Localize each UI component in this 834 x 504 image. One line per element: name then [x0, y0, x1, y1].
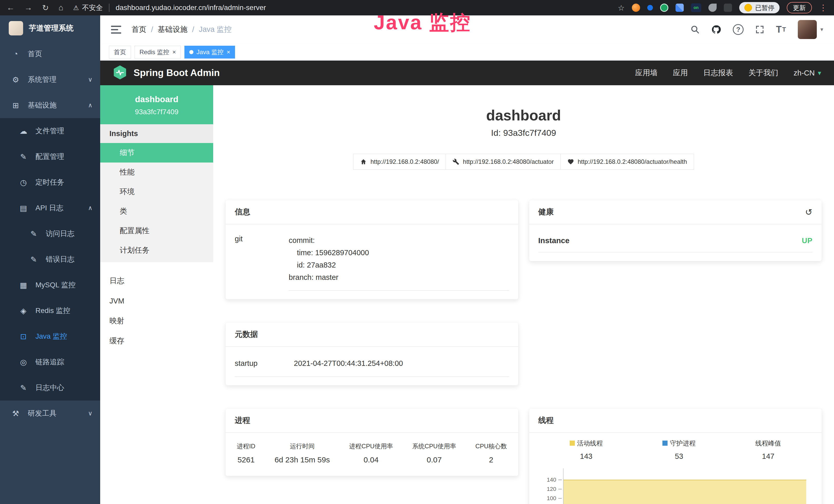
close-icon[interactable]: × — [226, 49, 230, 55]
legend-value: 147 — [762, 452, 774, 461]
heart-icon — [567, 158, 574, 165]
sba-instance-header[interactable]: dashboard 93a3fc7f7409 — [100, 85, 213, 124]
sba-item-label: JVM — [109, 297, 124, 305]
sidebar-item-home[interactable]: ◔ 首页 — [0, 41, 100, 67]
tab-java-monitor[interactable]: Java 监控 × — [184, 46, 235, 59]
sba-item-jvm[interactable]: JVM — [100, 291, 213, 311]
sidebar-item-tracing[interactable]: ◎ 链路追踪 — [0, 349, 100, 375]
sba-language-select[interactable]: zh-CN ▾ — [794, 69, 821, 77]
legend-live-threads: 活动线程 143 — [570, 439, 603, 461]
sba-nav-applications[interactable]: 应用 — [673, 68, 688, 78]
process-cpu: 进程CPU使用率 0.04 — [349, 442, 393, 464]
sidebar-item-log-center[interactable]: ✎ 日志中心 — [0, 375, 100, 400]
instance-health-link[interactable]: http://192.168.0.2:48080/actuator/health — [561, 154, 694, 170]
fox-extension-icon[interactable] — [632, 4, 640, 12]
browser-home-icon[interactable]: ⌂ — [59, 3, 63, 12]
tools-icon: ⚒ — [11, 409, 21, 418]
history-icon[interactable]: ↺ — [805, 207, 813, 217]
tab-bar: 首页 Redis 监控 × Java 监控 × — [100, 44, 834, 61]
sidebar-item-scheduled-jobs[interactable]: ◷ 定时任务 — [0, 169, 100, 195]
tab-home[interactable]: 首页 — [109, 46, 131, 59]
y-axis-tick-mark — [558, 480, 562, 480]
breadcrumb-home[interactable]: 首页 — [132, 24, 147, 35]
instance-actuator-link[interactable]: http://192.168.0.2:48080/actuator — [446, 154, 561, 170]
user-menu[interactable]: ▾ — [798, 20, 823, 39]
sba-item-label: 性能 — [120, 167, 135, 177]
sba-item-scheduled-tasks[interactable]: 计划任务 — [100, 240, 213, 260]
chevron-down-icon: ∨ — [88, 76, 92, 83]
sidebar-item-mysql-monitor[interactable]: ▦ MySQL 监控 — [0, 272, 100, 298]
drop-extension-icon[interactable] — [647, 5, 653, 10]
info-card-title: 信息 — [225, 200, 518, 224]
threads-legend: 活动线程 143 守护进程 — [539, 433, 813, 461]
sba-item-config-props[interactable]: 配置属性 — [100, 221, 213, 240]
sidebar-item-redis-monitor[interactable]: ◈ Redis 监控 — [0, 298, 100, 323]
y-axis-tick-mark — [558, 489, 562, 489]
sba-nav-about[interactable]: 关于我们 — [748, 68, 778, 78]
sidebar-item-file-mgmt[interactable]: ☁ 文件管理 — [0, 118, 100, 144]
app-logo-row: 芋道管理系统 — [0, 16, 100, 41]
sba-item-mappings[interactable]: 映射 — [100, 311, 213, 331]
browser-menu-icon[interactable]: ⋮ — [819, 3, 827, 13]
gear-icon: ⚙ — [11, 75, 21, 84]
sidebar-item-access-logs[interactable]: ✎ 访问日志 — [0, 221, 100, 247]
sidebar-item-error-logs[interactable]: ✎ 错误日志 — [0, 247, 100, 272]
instance-links: http://192.168.0.2:48080/ http://192.168… — [225, 154, 822, 170]
update-button[interactable]: 更新 — [787, 2, 812, 13]
green-circle-extension-icon[interactable] — [660, 4, 668, 12]
sba-item-performance[interactable]: 性能 — [100, 162, 213, 182]
grid-extension-icon[interactable] — [676, 4, 684, 12]
search-icon[interactable] — [691, 25, 699, 34]
help-icon[interactable]: ? — [733, 24, 744, 35]
instance-home-link[interactable]: http://192.168.0.2:48080/ — [353, 154, 446, 170]
puzzle-extension-icon[interactable] — [724, 4, 732, 12]
document-icon: ▤ — [19, 204, 28, 212]
sba-item-environment[interactable]: 环境 — [100, 182, 213, 202]
sidebar-item-label: Redis 监控 — [36, 306, 70, 316]
breadcrumb-infrastructure[interactable]: 基础设施 — [158, 24, 188, 35]
sidebar-item-label: MySQL 监控 — [36, 280, 75, 290]
bookmark-star-icon[interactable]: ☆ — [618, 3, 625, 12]
sba-item-classes[interactable]: 类 — [100, 202, 213, 221]
sidebar-item-config-mgmt[interactable]: ✎ 配置管理 — [0, 144, 100, 169]
sba-instance-name: dashboard — [103, 94, 211, 104]
hamburger-icon[interactable] — [111, 26, 121, 33]
font-size-icon[interactable]: TT — [776, 24, 786, 35]
sba-nav-journal[interactable]: 日志报表 — [703, 68, 733, 78]
health-instance-row: Instance UP — [539, 227, 813, 252]
sidebar-item-api-logs[interactable]: ▤ API 日志 ∧ — [0, 195, 100, 221]
sidebar-item-infrastructure[interactable]: ⊞ 基础设施 ∧ — [0, 92, 100, 118]
y-axis-tick: 120 — [539, 486, 556, 492]
sba-item-logs[interactable]: 日志 — [100, 271, 213, 291]
sidebar-item-java-monitor[interactable]: ⊡ Java 监控 — [0, 323, 100, 349]
sba-item-label: 类 — [120, 206, 127, 216]
edit-icon: ✎ — [19, 152, 28, 161]
y-axis-tick: 100 — [539, 495, 556, 502]
topbar-actions: ? TT ▾ — [691, 20, 823, 39]
legend-label: 线程峰值 — [755, 439, 781, 448]
sba-item-label: 配置属性 — [120, 226, 150, 236]
paused-badge[interactable]: 已暂停 — [739, 2, 780, 13]
avatar[interactable] — [798, 20, 817, 39]
on-badge-extension-icon[interactable]: on — [691, 3, 701, 12]
forward-icon[interactable]: → — [24, 3, 32, 12]
back-icon[interactable]: ← — [7, 3, 15, 12]
legend-label: 活动线程 — [577, 439, 603, 448]
close-icon[interactable]: × — [172, 49, 176, 55]
legend-label: 守护进程 — [670, 439, 696, 448]
address-bar[interactable]: ⚠ 不安全 dashboard.yudao.iocoder.cn/infra/a… — [73, 3, 266, 12]
y-axis-tick: 140 — [539, 477, 556, 483]
sidebar-item-system-mgmt[interactable]: ⚙ 系统管理 ∨ — [0, 67, 100, 92]
sidebar-item-label: 错误日志 — [46, 254, 74, 264]
sba-item-details[interactable]: 细节 — [100, 143, 213, 162]
legend-value: 143 — [580, 452, 592, 461]
reload-icon[interactable]: ↻ — [42, 3, 49, 13]
github-icon[interactable] — [711, 25, 721, 35]
leaf-extension-icon[interactable] — [708, 4, 717, 12]
sidebar-item-label: 定时任务 — [36, 177, 64, 187]
sba-nav-wallboard[interactable]: 应用墙 — [635, 68, 658, 78]
tab-redis-monitor[interactable]: Redis 监控 × — [135, 46, 181, 59]
fullscreen-icon[interactable] — [755, 25, 764, 34]
sidebar-item-dev-tools[interactable]: ⚒ 研发工具 ∨ — [0, 400, 100, 426]
sba-item-caches[interactable]: 缓存 — [100, 331, 213, 351]
